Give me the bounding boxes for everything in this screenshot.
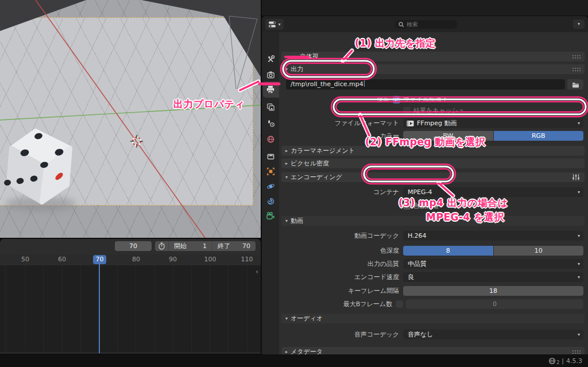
stereoscopy-checkbox[interactable] [291, 53, 297, 60]
collection-icon [266, 152, 275, 161]
cache-result-label: 結果をキャッシュ [413, 106, 465, 115]
output-quality-dropdown[interactable]: 中品質 ▾ [403, 259, 583, 269]
max-b-frames-checkbox[interactable] [396, 300, 403, 308]
chevron-down-icon: ▾ [578, 272, 580, 282]
stopwatch-icon[interactable] [155, 241, 169, 251]
properties-header: ▾ ▾ [262, 16, 588, 32]
ruler-tick: 60 [58, 256, 66, 263]
object-icon [266, 167, 275, 176]
subsection-audio[interactable]: ▾ オーディオ [281, 314, 585, 323]
video-codec-row: 動画コーデック H.264 ▾ [279, 231, 588, 241]
keyframe-interval-label: キーフレーム間隔 [279, 286, 399, 296]
keyframe-interval-field[interactable]: 18 [403, 286, 583, 296]
timeline-editor[interactable]: 70 開始 1 終了 70 50 60 80 90 100 110 [0, 239, 261, 354]
encoding-speed-label: エンコード速度 [279, 272, 399, 282]
color-label: カラー [279, 131, 399, 141]
panel-options-button[interactable]: ▾ [573, 20, 585, 29]
section-label: 立体視 [300, 52, 319, 61]
autosplit-checkbox[interactable] [403, 202, 411, 210]
start-frame-value: 1 [203, 241, 207, 251]
text-cursor [364, 80, 365, 87]
drag-grip-icon[interactable] [572, 67, 581, 72]
tab-physics[interactable] [263, 179, 278, 193]
chevron-down-icon: ▾ [578, 118, 580, 128]
container-label: コンテナ [279, 187, 399, 197]
container-row: コンテナ MPEG-4 ▾ [279, 187, 588, 197]
tab-tool[interactable] [263, 52, 278, 65]
properties-editor: ▾ ▾ [262, 16, 588, 355]
browse-folder-button[interactable] [567, 79, 583, 90]
file-extensions-label: ファイル拡張子 [403, 95, 448, 105]
section-color-management[interactable]: ▸ カラーマネージメント [281, 146, 585, 156]
render-icon [266, 71, 275, 79]
file-format-row: ファイルフォーマット FFmpeg 動画 ▾ [279, 118, 588, 128]
color-rgb-button[interactable]: RGB [494, 131, 584, 141]
section-pixel-density[interactable]: ▸ ピクセル密度 [281, 159, 585, 168]
end-frame-label: 終了 [218, 241, 230, 251]
encoding-speed-dropdown[interactable]: 良 ▾ [403, 272, 583, 282]
color-depth-row: 色深度 8 10 [279, 246, 588, 256]
audio-codec-dropdown[interactable]: 音声なし ▾ [403, 330, 583, 339]
expand-arrow-icon: ▸ [285, 148, 288, 153]
output-icon [266, 85, 275, 94]
collapse-chevron-icon[interactable]: ‹ [256, 268, 258, 276]
audio-codec-label: 音声コーデック [279, 330, 399, 339]
ruler-tick: 110 [241, 256, 253, 263]
output-path-input[interactable]: /tmp\roll_the_dice.mp4 [286, 79, 565, 90]
section-label: オーディオ [291, 314, 323, 323]
playhead[interactable] [99, 263, 100, 353]
3d-viewport[interactable] [0, 0, 261, 238]
section-encoding[interactable]: ▾ エンコーディング [281, 172, 585, 182]
tool-icon [266, 55, 275, 63]
end-frame-value: 70 [242, 241, 250, 251]
subsection-video[interactable]: ▾ 動画 [281, 216, 585, 226]
section-output[interactable]: ▾ 出力 [281, 64, 585, 74]
search-input[interactable] [407, 21, 451, 28]
tab-world[interactable] [263, 132, 278, 146]
section-label: ピクセル密度 [291, 159, 329, 168]
tab-output[interactable] [263, 83, 278, 96]
autosplit-label: 自動分離 [413, 201, 439, 211]
tab-constraints[interactable] [263, 194, 278, 208]
section-stereoscopy[interactable]: ▸ 立体視 [281, 52, 585, 61]
container-dropdown[interactable]: MPEG-4 ▾ [403, 187, 583, 197]
color-bw-button[interactable]: BW [403, 131, 493, 141]
video-codec-dropdown[interactable]: H.264 ▾ [403, 231, 583, 241]
chevron-down-icon: ▾ [278, 22, 280, 27]
world-icon [266, 135, 275, 144]
file-extensions-checkbox[interactable]: ✓ [393, 96, 400, 103]
editor-type-button[interactable]: ▾ [265, 19, 284, 30]
tab-scene[interactable] [263, 116, 278, 130]
end-frame-field[interactable]: 終了 70 [212, 241, 256, 251]
version-label: 4.5.3 [566, 357, 582, 365]
max-b-frames-field[interactable]: 0 [406, 299, 583, 309]
collapse-arrow-icon: ▾ [285, 67, 288, 72]
camera-view-frame [0, 17, 253, 206]
drag-grip-icon[interactable] [572, 350, 581, 354]
video-codec-label: 動画コーデック [279, 231, 399, 241]
tab-object[interactable] [263, 164, 278, 178]
cache-result-checkbox[interactable] [403, 107, 411, 114]
network-globe-icon [548, 357, 556, 365]
tab-view-layer[interactable] [263, 100, 278, 114]
drag-grip-icon[interactable] [572, 55, 581, 59]
collapse-arrow-icon: ▾ [285, 218, 288, 223]
depth-8-button[interactable]: 8 [403, 246, 493, 256]
section-metadata[interactable]: ▸ メタデータ [281, 347, 585, 355]
timeline-ruler[interactable]: 50 60 80 90 100 110 70 [0, 254, 261, 265]
search-box[interactable] [395, 20, 457, 29]
tab-object-data[interactable] [263, 209, 278, 223]
properties-content: ▸ 立体視 ▾ 出力 /tmp\roll_the_dice.mp4 [279, 32, 588, 355]
current-frame-field[interactable]: 70 [115, 241, 152, 251]
presets-icon[interactable] [572, 174, 580, 180]
folder-icon [572, 82, 579, 88]
timeline-track[interactable] [0, 265, 261, 353]
depth-10-button[interactable]: 10 [494, 246, 584, 256]
ruler-tick: 80 [132, 256, 140, 263]
tab-render[interactable] [263, 68, 278, 82]
frame-range-group: 開始 1 終了 70 [155, 241, 256, 251]
scene-icon [266, 119, 275, 128]
file-format-dropdown[interactable]: FFmpeg 動画 ▾ [403, 118, 583, 128]
tab-collection[interactable] [263, 149, 278, 163]
start-frame-field[interactable]: 開始 1 [169, 241, 212, 251]
